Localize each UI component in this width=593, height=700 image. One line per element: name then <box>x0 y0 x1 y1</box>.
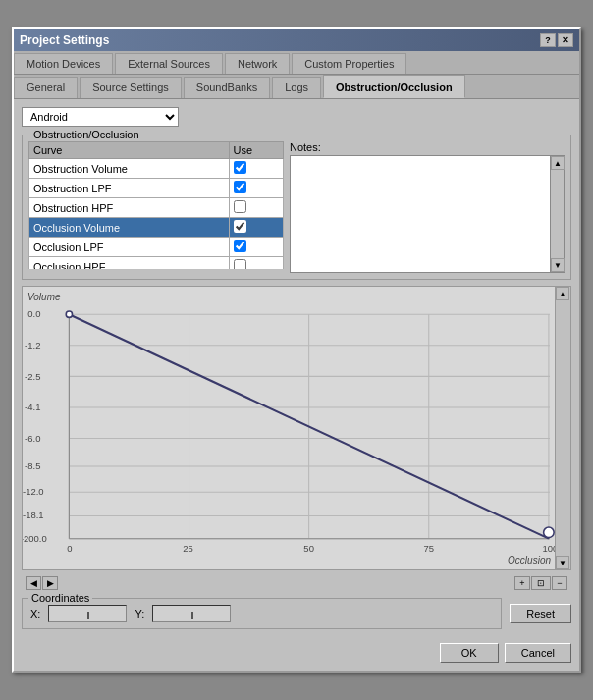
chart-scrollbar-v[interactable]: ▲ ▼ <box>555 287 570 569</box>
nav-left-btn[interactable]: ◀ <box>26 576 41 590</box>
chart-svg: 0.0 -1.2 -2.5 -4.1 -6.0 -8.5 -12.0 -18.1… <box>23 287 570 569</box>
tab-logs[interactable]: Logs <box>272 77 321 98</box>
curve-table-scroll[interactable]: Curve Use Obstruction Volume <box>28 141 284 269</box>
x-tick-3: 75 <box>423 543 434 554</box>
reset-button[interactable]: Reset <box>510 604 571 623</box>
curve-checkbox[interactable] <box>234 259 246 269</box>
title-bar: Project Settings ? ✕ <box>14 29 579 51</box>
col-header-use: Use <box>229 142 283 159</box>
close-button[interactable]: ✕ <box>558 33 573 47</box>
cancel-button[interactable]: Cancel <box>505 643 571 663</box>
title-bar-buttons: ? ✕ <box>540 33 573 47</box>
chart-y-label: Volume <box>27 292 61 302</box>
y-tick-3: -4.1 <box>25 402 40 412</box>
curve-checkbox-cell <box>229 257 283 270</box>
chart-container: Volume Occlusion 0.0 -1.2 -2.5 -4.1 -6.0… <box>22 286 571 570</box>
tab-obstruction-occlusion[interactable]: Obstruction/Occlusion <box>323 75 465 98</box>
y-tick-8: -200.0 <box>23 533 47 544</box>
tab-general[interactable]: General <box>14 77 78 98</box>
curve-checkbox[interactable] <box>234 200 246 213</box>
ok-button[interactable]: OK <box>440 643 499 663</box>
bottom-buttons: OK Cancel <box>14 637 579 671</box>
curve-checkbox[interactable] <box>234 220 246 233</box>
chart-point-end[interactable] <box>544 527 555 538</box>
y-tick-5: -8.5 <box>25 460 40 471</box>
main-content: Android iOS Windows Mac Obstruction/Occl… <box>14 99 579 637</box>
curve-checkbox[interactable] <box>234 240 246 252</box>
coords-reset-row: Coordinates X: Y: Reset <box>22 598 571 629</box>
tabs-row2: General Source Settings SoundBanks Logs … <box>14 75 579 99</box>
table-row: Occlusion LPF <box>29 238 284 257</box>
curve-table-wrap: Curve Use Obstruction Volume <box>28 141 284 273</box>
table-row: Obstruction LPF <box>29 179 284 198</box>
curve-name: Obstruction Volume <box>29 159 230 179</box>
x-input[interactable] <box>48 605 127 622</box>
table-row: Occlusion HPF <box>29 257 284 270</box>
notes-label: Notes: <box>290 141 565 153</box>
curve-name: Occlusion LPF <box>29 238 230 257</box>
table-area: Curve Use Obstruction Volume <box>28 141 565 273</box>
nav-right-btn[interactable]: ▶ <box>42 576 58 590</box>
curve-name: Occlusion Volume <box>29 218 230 238</box>
table-row-selected[interactable]: Occlusion Volume <box>29 218 284 238</box>
x-tick-2: 50 <box>303 543 314 554</box>
notes-box: ▲ ▼ <box>290 155 565 273</box>
obstruction-occlusion-group: Obstruction/Occlusion Curve Use <box>22 135 571 280</box>
coordinates-group: Coordinates X: Y: <box>22 598 502 629</box>
y-tick-7: -18.1 <box>23 510 44 520</box>
help-button[interactable]: ? <box>540 33 556 47</box>
scroll-down-btn[interactable]: ▼ <box>551 258 565 272</box>
platform-dropdown-row: Android iOS Windows Mac <box>22 107 571 127</box>
y-tick-0: 0.0 <box>27 308 40 319</box>
x-tick-1: 25 <box>183 543 193 554</box>
nav-buttons: ◀ ▶ <box>26 576 58 590</box>
y-tick-4: -6.0 <box>25 433 40 444</box>
curve-name: Obstruction HPF <box>29 198 230 218</box>
curve-checkbox-cell <box>229 238 283 257</box>
project-settings-window: Project Settings ? ✕ Motion Devices Exte… <box>12 27 581 673</box>
chart-scroll-up[interactable]: ▲ <box>556 287 569 300</box>
curve-checkbox-cell <box>229 218 283 238</box>
tab-network[interactable]: Network <box>225 53 290 74</box>
table-row: Obstruction HPF <box>29 198 284 218</box>
zoom-buttons: + ⊡ − <box>514 576 567 590</box>
group-label: Obstruction/Occlusion <box>30 129 142 140</box>
curve-name: Obstruction LPF <box>29 179 230 198</box>
zoom-fit-btn[interactable]: ⊡ <box>531 576 551 590</box>
zoom-plus-btn[interactable]: + <box>514 576 530 590</box>
chart-point-start[interactable] <box>66 311 72 317</box>
y-input[interactable] <box>152 605 231 622</box>
notes-scrollbar: ▲ ▼ <box>550 156 564 272</box>
y-tick-1: -1.2 <box>25 340 40 350</box>
coords-inner: X: Y: <box>30 605 493 622</box>
chart-scroll-down[interactable]: ▼ <box>556 556 569 569</box>
tab-soundbanks[interactable]: SoundBanks <box>184 77 270 98</box>
notes-area: Notes: ▲ ▼ <box>290 141 565 273</box>
curve-table: Curve Use Obstruction Volume <box>28 141 284 269</box>
y-slider <box>191 612 193 619</box>
curve-checkbox[interactable] <box>234 181 246 193</box>
scroll-up-btn[interactable]: ▲ <box>551 156 565 170</box>
curve-checkbox-cell <box>229 179 283 198</box>
platform-dropdown[interactable]: Android iOS Windows Mac <box>22 107 179 127</box>
x-slider <box>87 612 89 619</box>
coords-group-label: Coordinates <box>28 592 92 604</box>
y-tick-6: -12.0 <box>23 486 44 497</box>
tab-custom-properties[interactable]: Custom Properties <box>292 53 406 74</box>
curve-checkbox-cell <box>229 198 283 218</box>
zoom-minus-btn[interactable]: − <box>552 576 567 590</box>
tab-source-settings[interactable]: Source Settings <box>80 77 182 98</box>
tab-motion-devices[interactable]: Motion Devices <box>14 53 113 74</box>
tabs-row1: Motion Devices External Sources Network … <box>14 51 579 75</box>
tab-external-sources[interactable]: External Sources <box>115 53 223 74</box>
x-label: X: <box>30 608 40 619</box>
curve-name: Occlusion HPF <box>29 257 230 270</box>
chart-bottom-bar: ◀ ▶ + ⊡ − <box>22 574 571 592</box>
y-label: Y: <box>135 608 144 619</box>
y-tick-2: -2.5 <box>25 371 40 382</box>
x-tick-0: 0 <box>67 543 72 554</box>
col-header-curve: Curve <box>29 142 230 159</box>
curve-checkbox-cell <box>229 159 283 179</box>
window-title: Project Settings <box>20 33 109 47</box>
curve-checkbox[interactable] <box>234 161 246 174</box>
